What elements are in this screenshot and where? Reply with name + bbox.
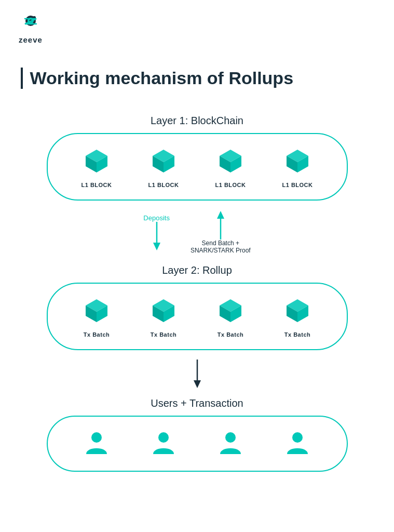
main-content: Working mechanism of Rollups Layer 1: Bl… xyxy=(0,0,394,503)
tx-cube-4 xyxy=(281,295,314,327)
logo: zeeve xyxy=(19,15,43,44)
l1-cube-2 xyxy=(147,145,180,178)
tx-cube-3 xyxy=(214,295,247,327)
user-svg-2 xyxy=(148,428,179,459)
tx-cube-2 xyxy=(147,295,180,327)
user-icon-3 xyxy=(215,428,246,459)
l1-block-label-2: L1 BLOCK xyxy=(148,182,179,188)
user-svg-1 xyxy=(81,428,112,459)
users-pill xyxy=(47,416,348,472)
send-batch-label-line1: Send Batch + xyxy=(202,240,239,247)
deposits-arrow-group: Deposits xyxy=(143,214,170,250)
user-svg-3 xyxy=(215,428,246,459)
svg-point-34 xyxy=(91,432,102,443)
users-arrow-down xyxy=(191,360,203,388)
layer1-pill: L1 BLOCK L1 BLOCK L1 BLOCK L1 xyxy=(47,133,348,201)
logo-text: zeeve xyxy=(19,35,43,44)
users-label: Users + Transaction xyxy=(151,397,243,409)
l1-cube-4 xyxy=(281,145,314,178)
layer2-pill: Tx Batch Tx Batch Tx Batch Tx xyxy=(47,283,348,350)
tx-batch-label-4: Tx Batch xyxy=(284,331,310,338)
page-title: Working mechanism of Rollups xyxy=(21,68,374,89)
svg-marker-19 xyxy=(217,211,224,219)
tx-batch-label-1: Tx Batch xyxy=(84,331,110,338)
l1-block-label-4: L1 BLOCK xyxy=(282,182,313,188)
tx-batch-4: Tx Batch xyxy=(281,295,314,338)
deposits-arrow-down xyxy=(151,222,163,250)
l1-block-3: L1 BLOCK xyxy=(214,145,247,188)
l1-cube-1 xyxy=(80,145,113,178)
user-icon-1 xyxy=(81,428,112,459)
user-icon-4 xyxy=(282,428,313,459)
svg-point-36 xyxy=(225,432,236,443)
tx-batch-2: Tx Batch xyxy=(147,295,180,338)
deposits-label: Deposits xyxy=(143,214,170,222)
layer1-label: Layer 1: BlockChain xyxy=(151,115,243,127)
l1-block-label-3: L1 BLOCK xyxy=(215,182,246,188)
send-batch-arrow-group: Send Batch + SNARK/STARK Proof xyxy=(191,211,251,254)
tx-batch-1: Tx Batch xyxy=(80,295,113,338)
send-batch-label-line2: SNARK/STARK Proof xyxy=(191,247,251,254)
layer2-label: Layer 2: Rollup xyxy=(162,264,232,276)
l1-cube-3 xyxy=(214,145,247,178)
svg-point-37 xyxy=(292,432,303,443)
tx-batch-label-2: Tx Batch xyxy=(151,331,176,338)
l1-block-label-1: L1 BLOCK xyxy=(81,182,112,188)
svg-point-35 xyxy=(158,432,169,443)
svg-marker-17 xyxy=(153,243,160,250)
tx-batch-3: Tx Batch xyxy=(214,295,247,338)
user-svg-4 xyxy=(282,428,313,459)
arrows-section: Deposits Send Batch + SNARK/STARK Proof xyxy=(47,211,348,254)
svg-marker-33 xyxy=(194,380,201,388)
send-batch-arrow-up xyxy=(214,211,227,240)
tx-batch-label-3: Tx Batch xyxy=(218,331,243,338)
l1-block-2: L1 BLOCK xyxy=(147,145,180,188)
zeeve-logo-icon xyxy=(20,15,42,34)
users-arrow-down-section xyxy=(191,360,203,388)
l1-block-4: L1 BLOCK xyxy=(281,145,314,188)
tx-cube-1 xyxy=(80,295,113,327)
user-icon-2 xyxy=(148,428,179,459)
l1-block-1: L1 BLOCK xyxy=(80,145,113,188)
